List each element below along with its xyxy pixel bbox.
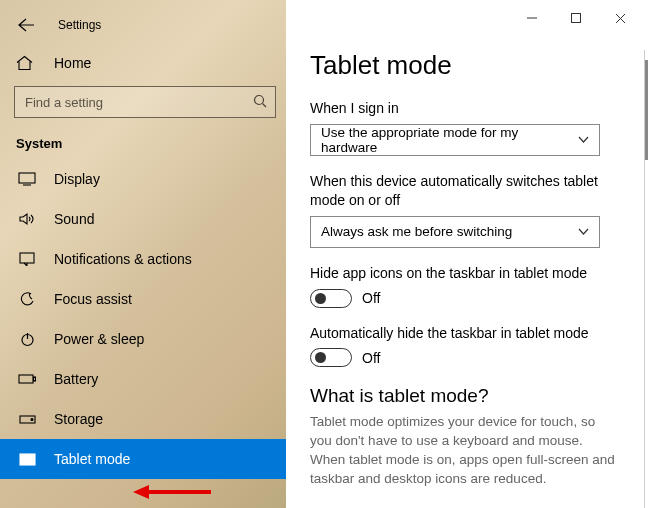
main-panel: Tablet mode When I sign in Use the appro…: [286, 0, 648, 508]
section-header: System: [0, 126, 286, 159]
nav-label: Notifications & actions: [54, 251, 192, 267]
nav-label: Display: [54, 171, 100, 187]
sidebar-item-battery[interactable]: Battery: [0, 359, 286, 399]
minimize-button[interactable]: [510, 4, 554, 32]
sidebar-item-power-sleep[interactable]: Power & sleep: [0, 319, 286, 359]
sidebar-item-tablet-mode[interactable]: Tablet mode: [0, 439, 286, 479]
hide-icons-toggle[interactable]: [310, 289, 352, 308]
chevron-down-icon: [578, 224, 589, 239]
sidebar-item-storage[interactable]: Storage: [0, 399, 286, 439]
nav-label: Power & sleep: [54, 331, 144, 347]
home-icon: [16, 55, 38, 71]
sidebar-item-display[interactable]: Display: [0, 159, 286, 199]
scrollbar[interactable]: [644, 50, 648, 508]
auto-switch-label: When this device automatically switches …: [310, 172, 620, 210]
info-text: Tablet mode optimizes your device for to…: [310, 413, 620, 489]
sidebar-item-home[interactable]: Home: [0, 44, 286, 82]
nav-label: Focus assist: [54, 291, 132, 307]
svg-rect-1: [19, 173, 35, 183]
chevron-down-icon: [578, 132, 589, 147]
storage-icon: [16, 410, 38, 428]
svg-point-7: [31, 419, 33, 421]
signin-label: When I sign in: [310, 99, 620, 118]
focus-assist-icon: [16, 290, 38, 308]
sidebar-item-focus-assist[interactable]: Focus assist: [0, 279, 286, 319]
search-input[interactable]: [14, 86, 276, 118]
display-icon: [16, 170, 38, 188]
back-icon[interactable]: [18, 18, 40, 32]
sidebar-item-sound[interactable]: Sound: [0, 199, 286, 239]
hide-icons-label: Hide app icons on the taskbar in tablet …: [310, 264, 620, 283]
signin-dropdown-value: Use the appropriate mode for my hardware: [321, 125, 578, 155]
search-icon: [253, 94, 267, 111]
search-field[interactable]: [25, 95, 253, 110]
window-controls: [510, 4, 642, 32]
nav-label: Sound: [54, 211, 94, 227]
svg-rect-4: [19, 375, 33, 383]
auto-hide-taskbar-label: Automatically hide the taskbar in tablet…: [310, 324, 620, 343]
info-heading: What is tablet mode?: [310, 385, 620, 407]
sidebar: Settings Home System: [0, 0, 286, 508]
auto-hide-taskbar-state: Off: [362, 350, 380, 366]
hide-icons-state: Off: [362, 290, 380, 306]
svg-rect-5: [34, 377, 36, 381]
nav-label: Storage: [54, 411, 103, 427]
sound-icon: [16, 210, 38, 228]
auto-switch-dropdown-value: Always ask me before switching: [321, 224, 512, 239]
app-title: Settings: [58, 18, 101, 32]
close-button[interactable]: [598, 4, 642, 32]
svg-rect-8: [20, 454, 35, 465]
nav-label: Battery: [54, 371, 98, 387]
svg-point-0: [255, 95, 264, 104]
home-label: Home: [54, 55, 91, 71]
auto-switch-dropdown[interactable]: Always ask me before switching: [310, 216, 600, 248]
sidebar-item-notifications[interactable]: Notifications & actions: [0, 239, 286, 279]
signin-dropdown[interactable]: Use the appropriate mode for my hardware: [310, 124, 600, 156]
svg-rect-9: [572, 14, 581, 23]
svg-rect-2: [20, 253, 34, 263]
power-icon: [16, 330, 38, 348]
nav-list: Display Sound Notifications & actions Fo…: [0, 159, 286, 508]
nav-label: Tablet mode: [54, 451, 130, 467]
notifications-icon: [16, 250, 38, 268]
battery-icon: [16, 370, 38, 388]
page-title: Tablet mode: [310, 50, 620, 81]
maximize-button[interactable]: [554, 4, 598, 32]
auto-hide-taskbar-toggle[interactable]: [310, 348, 352, 367]
tablet-mode-icon: [16, 450, 38, 468]
